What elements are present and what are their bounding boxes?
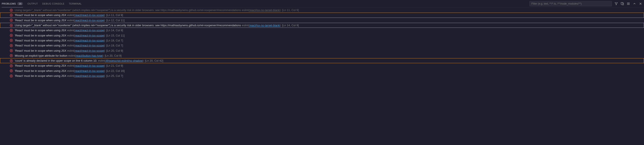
paren-close: )	[104, 39, 105, 42]
paren-close: )	[142, 59, 144, 62]
problem-source: eslint	[67, 34, 74, 37]
problem-row[interactable]: 'React' must be in scope when using JSXe…	[0, 18, 644, 23]
paren-close: )	[104, 49, 105, 52]
problem-rule-link[interactable]: react/react-in-jsx-scope	[75, 29, 104, 32]
problem-location: [Ln 21, Col 9]	[106, 64, 123, 67]
error-icon	[10, 64, 13, 68]
filter-icon[interactable]	[614, 2, 618, 6]
problem-rule-link[interactable]: react/react-in-jsx-scope	[75, 34, 104, 37]
problem-row[interactable]: 'count' is already declared in the upper…	[0, 58, 644, 63]
error-icon	[10, 14, 13, 17]
problem-row[interactable]: Missing an explicit type attribute for b…	[0, 53, 644, 58]
problem-location: [Ln 12, Col 11]	[106, 19, 125, 22]
header-actions	[614, 2, 642, 6]
problem-location: [Ln 14, Col 9]	[282, 24, 299, 27]
error-icon	[10, 18, 13, 22]
problem-location: [Ln 18, Col 7]	[106, 39, 123, 42]
error-icon	[10, 44, 13, 47]
error-icon	[10, 74, 13, 78]
close-icon[interactable]	[639, 2, 642, 6]
error-icon	[10, 39, 13, 42]
problem-row[interactable]: 'React' must be in scope when using JSXe…	[0, 28, 644, 33]
tab-problems-label: PROBLEMS	[2, 2, 16, 5]
error-icon	[10, 69, 13, 72]
problem-row[interactable]: 'React' must be in scope when using JSXe…	[0, 12, 644, 18]
paren-close: )	[280, 8, 280, 12]
tab-debug-console[interactable]: DEBUG CONSOLE	[42, 0, 64, 7]
problem-location: [Ln 15, Col 11]	[106, 34, 125, 37]
problem-message: 'React' must be in scope when using JSX	[15, 39, 66, 42]
problem-rule-link[interactable]: @typescript-eslint/no-shadow	[106, 59, 143, 62]
problem-row[interactable]: Using target="_blank" without rel="noref…	[0, 8, 644, 12]
problem-row[interactable]: 'React' must be in scope when using JSXe…	[0, 68, 644, 73]
problem-rule-link[interactable]: react/react-in-jsx-scope	[75, 14, 104, 17]
problem-message: 'React' must be in scope when using JSX	[15, 34, 66, 37]
problem-source: eslint	[67, 29, 74, 32]
problem-row[interactable]: 'React' must be in scope when using JSXe…	[0, 43, 644, 48]
problem-message: 'React' must be in scope when using JSX	[15, 44, 66, 47]
tab-output[interactable]: OUTPUT	[27, 0, 38, 7]
error-icon	[10, 34, 13, 37]
problem-location: [Ln 19, Col 7]	[106, 44, 123, 47]
svg-rect-0	[621, 2, 623, 4]
error-icon	[10, 24, 13, 27]
paren-close: )	[104, 34, 105, 37]
problem-location: [Ln 14, Col 9]	[106, 29, 123, 32]
problem-message: 'React' must be in scope when using JSX	[15, 19, 66, 22]
problem-row[interactable]: 'React' must be in scope when using JSXe…	[0, 33, 644, 38]
problem-source: eslint	[98, 59, 104, 62]
problem-source: eslint	[67, 74, 74, 78]
problem-rule-link[interactable]: react/react-in-jsx-scope	[75, 69, 104, 72]
problem-row[interactable]: 'React' must be in scope when using JSXe…	[0, 38, 644, 43]
problem-message: 'count' is already declared in the upper…	[15, 59, 97, 62]
problem-rule-link[interactable]: react/jsx-no-target-blank	[249, 24, 280, 27]
problem-source: eslint	[67, 49, 74, 52]
paren-close: )	[104, 64, 105, 67]
problem-location: [Ln 20, Col 42]	[145, 59, 164, 62]
problem-rule-link[interactable]: react/react-in-jsx-scope	[75, 44, 104, 47]
collapse-all-icon[interactable]	[620, 2, 624, 6]
problem-location: [Ln 20, Col 9]	[105, 54, 122, 57]
problem-message: 'React' must be in scope when using JSX	[15, 29, 66, 32]
error-icon	[10, 29, 13, 32]
problem-row[interactable]: Using target="_blank" without rel="noref…	[0, 23, 644, 28]
paren-close: )	[104, 19, 105, 22]
problem-rule-link[interactable]: react/react-in-jsx-scope	[75, 64, 104, 67]
problem-row[interactable]: 'React' must be in scope when using JSXe…	[0, 48, 644, 53]
chevron-up-icon[interactable]	[633, 2, 636, 6]
problem-source: eslint	[67, 64, 74, 67]
problem-location: [Ln 25, Col 7]	[106, 74, 123, 78]
error-icon	[10, 59, 13, 62]
paren-close: )	[104, 44, 105, 47]
filter-input[interactable]	[530, 1, 612, 6]
problem-rule-link[interactable]: react/button-has-type	[76, 54, 103, 57]
panel-header: PROBLEMS 16 OUTPUT DEBUG CONSOLE TERMINA…	[0, 0, 644, 8]
problem-source: eslint	[67, 69, 74, 72]
problem-message: Using target="_blank" without rel="noref…	[15, 24, 241, 27]
problem-location: [Ln 11, Col 9]	[282, 8, 299, 12]
problem-message: 'React' must be in scope when using JSX	[15, 69, 66, 72]
problem-location: [Ln 11, Col 9]	[106, 14, 123, 17]
problem-source: eslint	[242, 24, 248, 27]
problem-message: 'React' must be in scope when using JSX	[15, 74, 66, 78]
tab-terminal[interactable]: TERMINAL	[69, 0, 82, 7]
problem-rule-link[interactable]: react/react-in-jsx-scope	[75, 74, 104, 78]
problem-rule-link[interactable]: react/react-in-jsx-scope	[75, 19, 104, 22]
problem-message: 'React' must be in scope when using JSX	[15, 64, 66, 67]
problem-location: [Ln 22, Col 16]	[106, 69, 125, 72]
tab-problems[interactable]: PROBLEMS 16	[2, 0, 23, 8]
problems-count-badge: 16	[17, 2, 23, 5]
problem-row[interactable]: 'React' must be in scope when using JSXe…	[0, 63, 644, 68]
problem-rule-link[interactable]: react/react-in-jsx-scope	[75, 39, 104, 42]
panel-tabs: PROBLEMS 16 OUTPUT DEBUG CONSOLE TERMINA…	[2, 0, 82, 7]
view-as-list-icon[interactable]	[627, 2, 630, 6]
problem-row[interactable]: 'React' must be in scope when using JSXe…	[0, 73, 644, 78]
problem-rule-link[interactable]: react/jsx-no-target-blank	[249, 8, 280, 12]
problem-rule-link[interactable]: react/react-in-jsx-scope	[75, 49, 104, 52]
problem-source: eslint	[67, 39, 74, 42]
error-icon	[10, 49, 13, 52]
problem-source: eslint	[67, 14, 74, 17]
error-icon	[10, 8, 13, 12]
problems-list[interactable]: Using target="_blank" without rel="noref…	[0, 8, 644, 145]
problem-source: eslint	[68, 54, 75, 57]
